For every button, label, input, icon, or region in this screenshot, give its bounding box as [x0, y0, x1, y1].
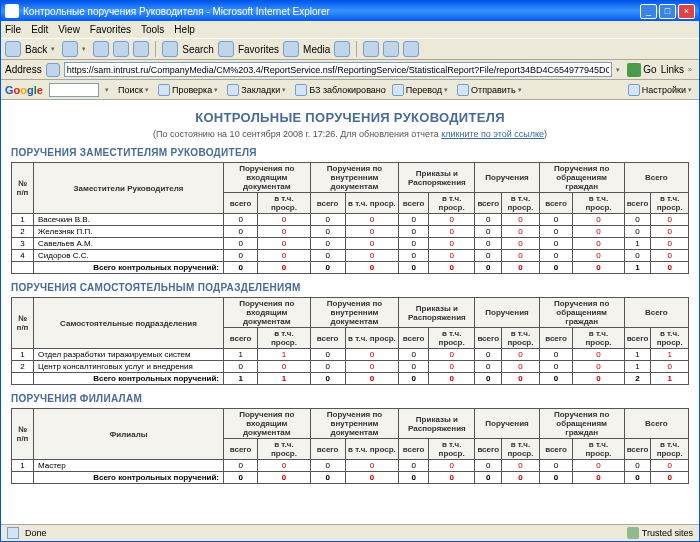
address-input[interactable]	[64, 62, 613, 77]
google-dropdown-icon[interactable]: ▾	[105, 86, 112, 94]
check-icon	[158, 84, 170, 96]
google-otpravit[interactable]: Отправить▾	[457, 84, 525, 96]
report-title: КОНТРОЛЬНЫЕ ПОРУЧЕНИЯ РУКОВОДИТЕЛЯ	[11, 110, 689, 125]
go-button[interactable]: Go	[627, 63, 656, 77]
menu-file[interactable]: File	[5, 24, 21, 35]
search-label[interactable]: Search	[182, 44, 214, 55]
back-label[interactable]: Back	[25, 44, 47, 55]
media-icon[interactable]	[283, 41, 299, 57]
toolbar: Back ▾ ▾ Search Favorites Media	[1, 38, 699, 60]
address-dropdown-icon[interactable]: ▾	[616, 66, 623, 74]
shield-icon	[627, 527, 639, 539]
section3-title: ПОРУЧЕНИЯ ФИЛИАЛАМ	[11, 393, 689, 404]
media-label[interactable]: Media	[303, 44, 330, 55]
separator-icon	[155, 41, 156, 57]
zone-label: Trusted sites	[642, 528, 693, 538]
menubar: File Edit View Favorites Tools Help	[1, 21, 699, 38]
forward-dropdown-icon[interactable]: ▾	[82, 45, 89, 53]
close-button[interactable]: ×	[678, 4, 695, 19]
table-total-row: Всего контрольных поручений:000000000010	[12, 262, 689, 274]
go-icon	[627, 63, 641, 77]
table-row: 1Отдел разработки тиражируемых систем110…	[12, 349, 689, 361]
content-area: КОНТРОЛЬНЫЕ ПОРУЧЕНИЯ РУКОВОДИТЕЛЯ (По с…	[1, 100, 699, 524]
address-label: Address	[5, 64, 42, 75]
app-window: Контрольные поручения Руководителя - Mic…	[0, 0, 700, 542]
google-search-input[interactable]	[49, 83, 99, 97]
table-branches: № п/пФилиалыПоручения по входящим докуме…	[11, 408, 689, 484]
report-subtitle: (По состоянию на 10 сентября 2008 г. 17:…	[11, 129, 689, 139]
search-icon[interactable]	[162, 41, 178, 57]
links-label[interactable]: Links	[661, 64, 684, 75]
mail-icon[interactable]	[363, 41, 379, 57]
section2-title: ПОРУЧЕНИЯ САМОСТОЯТЕЛЬНЫМ ПОДРАЗДЕЛЕНИЯМ	[11, 282, 689, 293]
table-total-row: Всего контрольных поручений:000000000000	[12, 472, 689, 484]
go-label: Go	[643, 64, 656, 75]
block-icon	[295, 84, 307, 96]
home-icon[interactable]	[133, 41, 149, 57]
translate-icon	[392, 84, 404, 96]
table-row: 1Васечкин В.В.000000000000	[12, 214, 689, 226]
menu-tools[interactable]: Tools	[141, 24, 164, 35]
bookmark-icon	[227, 84, 239, 96]
page-icon	[46, 63, 60, 77]
titlebar: Контрольные поручения Руководителя - Mic…	[1, 1, 699, 21]
refresh-icon[interactable]	[113, 41, 129, 57]
table-row: 2Центр консалтинговых услуг и внедрения0…	[12, 361, 689, 373]
gear-icon	[628, 84, 640, 96]
statusbar: Done Trusted sites	[1, 524, 699, 541]
zone-indicator[interactable]: Trusted sites	[627, 527, 693, 539]
table-row: 1Мастер000000000000	[12, 460, 689, 472]
forward-icon[interactable]	[62, 41, 78, 57]
google-logo[interactable]: Google	[5, 84, 43, 96]
google-perevod[interactable]: Перевод▾	[392, 84, 451, 96]
favorites-icon[interactable]	[218, 41, 234, 57]
table-row: 2Железняк П.П.000000000000	[12, 226, 689, 238]
favorites-label[interactable]: Favorites	[238, 44, 279, 55]
google-zakladki[interactable]: Закладки▾	[227, 84, 289, 96]
status-done: Done	[25, 528, 47, 538]
window-buttons: _ □ ×	[640, 4, 695, 19]
back-dropdown-icon[interactable]: ▾	[51, 45, 58, 53]
menu-help[interactable]: Help	[174, 24, 195, 35]
history-icon[interactable]	[334, 41, 350, 57]
google-toolbar: Google ▾ Поиск▾ Проверка▾ Закладки▾ БЗ з…	[1, 80, 699, 100]
table-departments: № п/пСамостоятельные подразделенияПоруче…	[11, 297, 689, 385]
minimize-button[interactable]: _	[640, 4, 657, 19]
table-total-row: Всего контрольных поручений:110000000021	[12, 373, 689, 385]
google-block[interactable]: БЗ заблокировано	[295, 84, 386, 96]
ie-icon	[5, 4, 19, 18]
refresh-link[interactable]: кликните по этой ссылке	[441, 129, 544, 139]
google-poisk[interactable]: Поиск▾	[118, 85, 152, 95]
edit-icon[interactable]	[403, 41, 419, 57]
separator-icon	[356, 41, 357, 57]
section1-title: ПОРУЧЕНИЯ ЗАМЕСТИТЕЛЯМ РУКОВОДИТЕЛЯ	[11, 147, 689, 158]
table-row: 4Сидоров С.С.000000000000	[12, 250, 689, 262]
window-title: Контрольные поручения Руководителя - Mic…	[23, 6, 640, 17]
google-nastroiki[interactable]: Настройки▾	[628, 84, 695, 96]
back-icon[interactable]	[5, 41, 21, 57]
table-deputies: № п/пЗаместители РуководителяПоручения п…	[11, 162, 689, 274]
table-row: 3Савельев А.М.000000000010	[12, 238, 689, 250]
menu-favorites[interactable]: Favorites	[90, 24, 131, 35]
address-bar: Address ▾ Go Links »	[1, 60, 699, 80]
maximize-button[interactable]: □	[659, 4, 676, 19]
google-proverka[interactable]: Проверка▾	[158, 84, 221, 96]
done-icon	[7, 527, 19, 539]
stop-icon[interactable]	[93, 41, 109, 57]
menu-view[interactable]: View	[58, 24, 80, 35]
links-dropdown-icon[interactable]: »	[688, 66, 695, 73]
print-icon[interactable]	[383, 41, 399, 57]
send-icon	[457, 84, 469, 96]
menu-edit[interactable]: Edit	[31, 24, 48, 35]
